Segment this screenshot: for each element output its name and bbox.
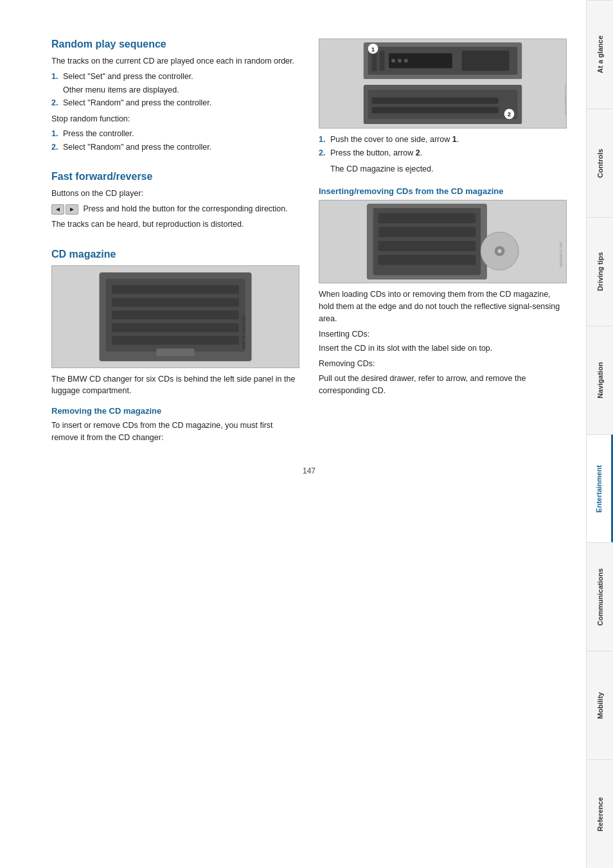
step-item: 2. Select "Random" and press the control… <box>51 97 299 109</box>
cd-inserting-image: VEC5-0995040 <box>319 200 567 283</box>
cd-magazine-body: The BMW CD changer for six CDs is behind… <box>51 373 299 398</box>
removing-text: Pull out the desired drawer, refer to ar… <box>319 373 567 397</box>
cd-magazine-title: CD magazine <box>51 249 299 260</box>
sidebar-tab-reference[interactable]: Reference <box>587 759 613 868</box>
step-number: 2. <box>51 141 58 154</box>
two-column-layout: Random play sequence The tracks on the c… <box>51 39 567 447</box>
step-text: Select "Random" and press the controller… <box>63 143 211 152</box>
fast-forward-body: The tracks can be heard, but reproductio… <box>51 218 299 231</box>
stop-random-label: Stop random function: <box>51 113 299 125</box>
fast-forward-title: Fast forward/reverse <box>51 171 299 182</box>
sidebar-tab-at-a-glance[interactable]: At a glance <box>587 0 613 109</box>
svg-rect-29 <box>378 213 476 224</box>
inserting-text: Insert the CD in its slot with the label… <box>319 342 567 355</box>
step-item: 1. Press the controller. <box>51 128 299 140</box>
step-item: Other menu items are displayed. <box>51 84 299 96</box>
svg-rect-31 <box>378 241 476 251</box>
svg-rect-6 <box>112 335 239 344</box>
sidebar-tab-driving-tips[interactable]: Driving tips <box>587 217 613 326</box>
svg-rect-17 <box>462 51 510 71</box>
sidebar-tab-label: Communications <box>596 569 604 626</box>
step-text: Press the controller. <box>63 129 134 138</box>
cd-magazine-image: WEC5-0995-099 <box>51 265 299 368</box>
svg-rect-32 <box>378 255 476 265</box>
svg-rect-22 <box>372 98 499 104</box>
step-text: Select "Random" and press the controller… <box>63 98 211 107</box>
svg-point-35 <box>498 249 502 253</box>
step-number: 1. <box>319 134 325 146</box>
sidebar-tab-label: Controls <box>596 148 604 177</box>
left-column: Random play sequence The tracks on the c… <box>51 39 299 447</box>
eject-sub-text: The CD magazine is ejected. <box>319 163 567 175</box>
step-item: 1. Select "Set" and press the controller… <box>51 71 299 83</box>
svg-rect-2 <box>112 285 239 294</box>
step-number: 2. <box>51 97 58 109</box>
step-sub-text: Other menu items are displayed. <box>63 85 179 94</box>
step-number: 1. <box>51 128 58 140</box>
sidebar-tab-label: Mobility <box>596 692 604 719</box>
step-text: Push the cover to one side, arrow 1. <box>330 135 459 144</box>
sidebar-tab-label: At a glance <box>596 36 604 74</box>
sidebar-tab-label: Entertainment <box>595 465 603 512</box>
svg-rect-5 <box>112 323 239 332</box>
right-column: 1 2 UVC150EED34NR <box>319 39 567 447</box>
sidebar: At a glance Controls Driving tips Naviga… <box>586 0 613 868</box>
svg-rect-4 <box>112 310 239 319</box>
inserting-label: Inserting CDs: <box>319 328 567 341</box>
sidebar-tab-label: Driving tips <box>596 252 604 291</box>
removing-label: Removing CDs: <box>319 358 567 370</box>
svg-text:1: 1 <box>371 46 375 53</box>
page-number: 147 <box>51 466 567 475</box>
svg-point-16 <box>404 59 408 63</box>
step-text: Press the button, arrow 2. <box>330 148 422 157</box>
svg-text:2: 2 <box>508 111 511 118</box>
svg-rect-21 <box>368 90 518 119</box>
eject-steps: 1. Push the cover to one side, arrow 1. … <box>319 134 567 159</box>
ff-button-icons: ◄ ► <box>51 204 78 215</box>
random-play-steps: 1. Select "Set" and press the controller… <box>51 71 299 109</box>
svg-rect-23 <box>372 107 499 113</box>
svg-text:UVC150EED34NR: UVC150EED34NR <box>564 84 566 116</box>
inserting-removing-title: Inserting/removing CDs from the CD magaz… <box>319 186 567 196</box>
step-item: 1. Push the cover to one side, arrow 1. <box>319 134 567 146</box>
svg-rect-30 <box>378 227 476 238</box>
removing-cd-title: Removing the CD magazine <box>51 406 299 416</box>
svg-point-14 <box>391 59 395 63</box>
removing-cd-text: To insert or remove CDs from the CD maga… <box>51 420 299 444</box>
step-text: Select "Set" and press the controller. <box>63 72 193 81</box>
stop-random-steps: 1. Press the controller. 2. Select "Rand… <box>51 128 299 154</box>
step-number: 1. <box>51 71 58 83</box>
sidebar-tab-communications[interactable]: Communications <box>587 542 613 651</box>
random-play-title: Random play sequence <box>51 39 299 50</box>
sidebar-tab-label: Reference <box>596 797 604 831</box>
svg-point-15 <box>398 59 402 63</box>
sidebar-tab-controls[interactable]: Controls <box>587 109 613 217</box>
cd-changer-image: 1 2 UVC150EED34NR <box>319 39 567 128</box>
step-item: 2. Select "Random" and press the control… <box>51 141 299 154</box>
inserting-removing-intro: When loading CDs into or removing them f… <box>319 288 567 324</box>
main-content: Random play sequence The tracks on the c… <box>0 0 586 868</box>
svg-rect-7 <box>156 348 194 356</box>
sidebar-tab-navigation[interactable]: Navigation <box>587 326 613 434</box>
rewind-icon: ◄ <box>51 204 64 215</box>
fastforward-icon: ► <box>66 204 78 215</box>
fast-forward-icon-desc: ◄ ► Press and hold the button for the co… <box>51 203 299 215</box>
random-play-intro: The tracks on the current CD are played … <box>51 55 299 67</box>
svg-text:VEC5-0995040: VEC5-0995040 <box>559 242 563 268</box>
sidebar-tab-entertainment[interactable]: Entertainment <box>587 434 613 543</box>
sidebar-tab-label: Navigation <box>596 362 604 398</box>
ff-desc-text: Press and hold the button for the corres… <box>83 204 287 213</box>
svg-text:WEC5-0995-099: WEC5-0995-099 <box>242 315 246 348</box>
fast-forward-intro: Buttons on the CD player: <box>51 188 299 200</box>
step-number: 2. <box>319 147 325 159</box>
svg-rect-3 <box>112 297 239 306</box>
step-item: 2. Press the button, arrow 2. <box>319 147 567 159</box>
page-container: Random play sequence The tracks on the c… <box>0 0 613 868</box>
sidebar-tab-mobility[interactable]: Mobility <box>587 651 613 759</box>
svg-rect-12 <box>379 51 384 71</box>
